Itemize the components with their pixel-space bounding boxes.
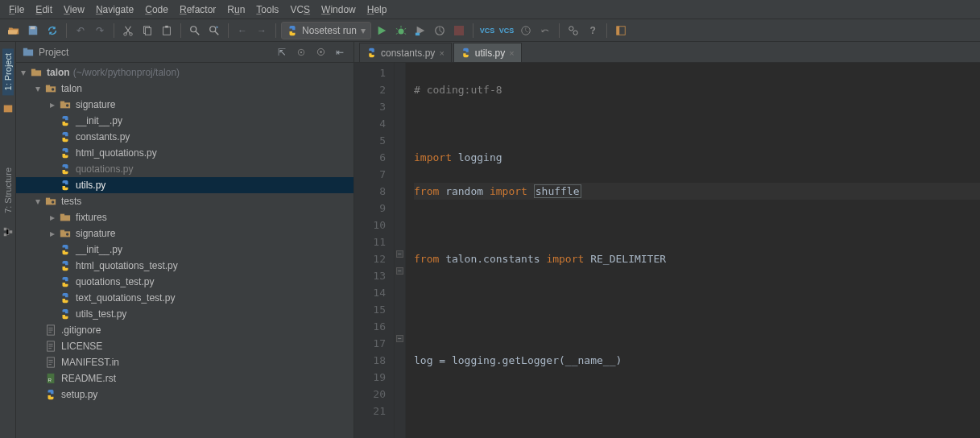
tree-item-setup[interactable]: setup.py [16, 386, 354, 403]
menu-navigate[interactable]: Navigate [90, 2, 139, 17]
svg-rect-5 [163, 27, 171, 35]
editor-tabs: constants.py × utils.py × [354, 42, 980, 63]
svg-point-2 [130, 32, 133, 35]
rst-file-icon: R [44, 372, 57, 385]
package-icon [59, 227, 72, 240]
back-icon[interactable]: ← [234, 22, 251, 39]
svg-point-1 [124, 32, 127, 35]
python-file-icon [59, 163, 72, 176]
tree-item-constants[interactable]: constants.py [16, 129, 354, 145]
panel-menu-icon[interactable] [313, 45, 328, 60]
menu-file[interactable]: File [3, 2, 30, 17]
tree-label: signature [76, 228, 115, 239]
tree-item-license[interactable]: LICENSE [16, 338, 354, 354]
paste-icon[interactable] [158, 22, 176, 39]
tree-item-signature[interactable]: ▸ signature [16, 97, 354, 113]
cut-icon[interactable] [119, 22, 137, 39]
close-tab-icon[interactable]: × [439, 48, 444, 58]
menu-vcs[interactable]: VCS [284, 2, 316, 17]
tree-item-init[interactable]: __init__.py [16, 113, 354, 129]
tree-item-quotations[interactable]: quotations.py [16, 161, 354, 177]
editor-tab-utils[interactable]: utils.py × [453, 43, 522, 62]
tree-label: README.rst [61, 373, 116, 384]
tree-item-tinit[interactable]: __init__.py [16, 242, 354, 258]
find-icon[interactable] [186, 22, 204, 39]
forward-icon[interactable]: → [253, 22, 271, 39]
tree-item-gitignore[interactable]: .gitignore [16, 322, 354, 338]
project-panel: Project ⇱ ⇤ ▾ talon (~/work/pythonproj/t… [16, 42, 354, 438]
sync-icon[interactable] [43, 22, 61, 39]
tree-root[interactable]: ▾ talon (~/work/pythonproj/talon) [16, 64, 354, 81]
chevron-down-icon[interactable]: ▾ [34, 85, 42, 93]
replace-icon[interactable] [205, 22, 223, 39]
tab-label: constants.py [381, 48, 435, 59]
vcs-revert-icon[interactable]: ⤺ [536, 22, 554, 39]
scroll-to-source-icon[interactable] [294, 45, 308, 60]
copy-icon[interactable] [139, 22, 156, 39]
run-config-selector[interactable]: Nosetest run ▾ [281, 22, 371, 39]
menu-tools[interactable]: Tools [250, 2, 284, 17]
python-file-icon [59, 179, 72, 192]
settings-icon[interactable] [564, 22, 582, 39]
tree-item-ttextq[interactable]: text_quotations_test.py [16, 290, 354, 306]
undo-icon[interactable]: ↶ [72, 22, 89, 39]
tree-item-signature2[interactable]: ▸ signature [16, 225, 354, 242]
code-area[interactable]: # coding:utf-8 import logging from rando… [406, 63, 980, 438]
menu-edit[interactable]: Edit [30, 2, 58, 17]
chevron-down-icon[interactable]: ▾ [19, 68, 27, 76]
tree-item-readme[interactable]: R README.rst [16, 370, 354, 386]
chevron-right-icon[interactable]: ▸ [48, 213, 56, 221]
debug-icon[interactable] [392, 22, 410, 39]
menu-window[interactable]: Window [316, 2, 362, 17]
svg-point-25 [300, 51, 302, 52]
run-icon[interactable] [373, 22, 391, 39]
collapse-all-icon[interactable]: ⇱ [275, 45, 289, 60]
tree-item-thtmlq[interactable]: html_quotations_test.py [16, 258, 354, 274]
save-all-icon[interactable] [24, 22, 42, 39]
menu-bar: File Edit View Navigate Code Refactor Ru… [0, 0, 980, 19]
vcs-update-icon[interactable]: VCS [478, 22, 496, 39]
tree-item-tests[interactable]: ▾ tests [16, 193, 354, 209]
vcs-commit-icon[interactable]: VCS [498, 22, 515, 39]
layout-icon[interactable] [612, 22, 630, 39]
tree-item-talon-pkg[interactable]: ▾ talon [16, 81, 354, 97]
hide-panel-icon[interactable]: ⇤ [333, 45, 347, 60]
vcs-history-icon[interactable] [517, 22, 535, 39]
fold-marker-icon[interactable]: − [396, 335, 403, 342]
tree-item-manifest[interactable]: MANIFEST.in [16, 354, 354, 370]
coverage-icon[interactable] [411, 22, 429, 39]
svg-point-35 [66, 104, 69, 107]
chevron-down-icon[interactable]: ▾ [34, 197, 42, 205]
tree-item-fixtures[interactable]: ▸ fixtures [16, 209, 354, 225]
fold-marker-icon[interactable]: − [396, 267, 403, 275]
tree-item-utils[interactable]: utils.py [16, 177, 354, 193]
tree-label: signature [76, 99, 115, 110]
package-icon [44, 82, 57, 95]
editor-tab-constants[interactable]: constants.py × [359, 43, 452, 62]
profile-icon[interactable] [431, 22, 449, 39]
menu-help[interactable]: Help [362, 2, 393, 17]
menu-run[interactable]: Run [221, 2, 250, 17]
tree-item-htmlq[interactable]: html_quotations.py [16, 145, 354, 161]
close-tab-icon[interactable]: × [509, 48, 514, 58]
help-icon[interactable]: ? [584, 22, 602, 39]
fold-gutter[interactable]: − − − [395, 63, 406, 438]
project-panel-icon [23, 47, 34, 58]
menu-view[interactable]: View [58, 2, 90, 17]
tool-window-project[interactable]: 1: Project [2, 48, 14, 95]
chevron-right-icon[interactable]: ▸ [48, 101, 56, 109]
tree-item-tutils[interactable]: utils_test.py [16, 306, 354, 322]
menu-code[interactable]: Code [139, 2, 174, 17]
chevron-right-icon[interactable]: ▸ [48, 229, 56, 238]
menu-refactor[interactable]: Refactor [174, 2, 221, 17]
tree-item-tquot[interactable]: quotations_test.py [16, 274, 354, 290]
open-icon[interactable] [5, 22, 23, 39]
stop-icon[interactable] [450, 22, 468, 39]
fold-marker-icon[interactable]: − [396, 250, 403, 258]
svg-rect-42 [60, 230, 64, 233]
tool-window-structure[interactable]: 7: Structure [2, 163, 14, 218]
python-file-icon [366, 48, 377, 58]
editor-body[interactable]: 123456789101112131415161718192021 − − − … [354, 63, 980, 438]
project-tree[interactable]: ▾ talon (~/work/pythonproj/talon) ▾ talo… [16, 63, 354, 438]
redo-icon[interactable]: ↷ [91, 22, 109, 39]
